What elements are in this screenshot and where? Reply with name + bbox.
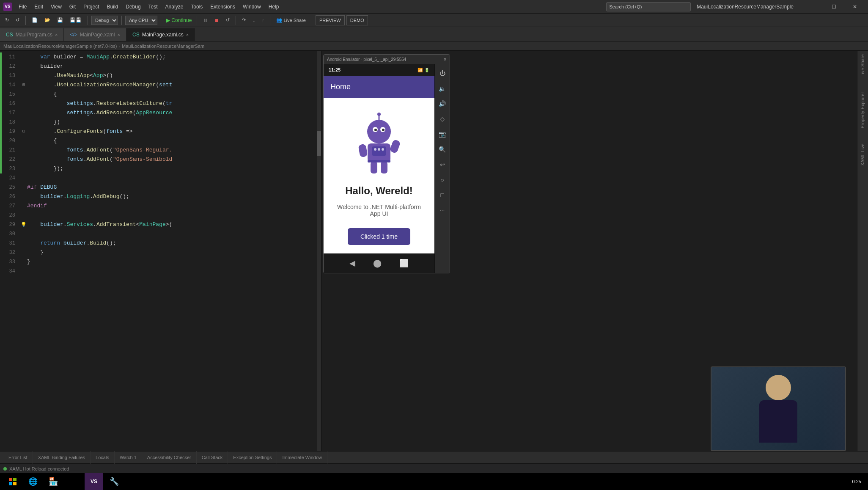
emu-recents-icon[interactable]: □: [437, 189, 448, 201]
step-over-button[interactable]: ↷: [239, 15, 248, 25]
code-line-12[interactable]: 12 builder: [0, 62, 321, 71]
tab-close-maui-program[interactable]: ×: [55, 32, 58, 37]
property-explorer-tab[interactable]: Property Explorer: [860, 88, 866, 132]
code-line-22[interactable]: 22 fonts.AddFont("OpenSans-Semibold: [0, 155, 321, 164]
close-button[interactable]: ✕: [845, 0, 865, 14]
redo-button[interactable]: ↺: [13, 15, 22, 25]
xaml-live-tab[interactable]: XAML Live: [860, 140, 866, 169]
code-line-11[interactable]: 11 var builder = MauiApp.CreateBuilder()…: [0, 52, 321, 62]
menu-git[interactable]: Git: [66, 3, 79, 11]
code-line-23[interactable]: 23 });: [0, 164, 321, 173]
step-into-button[interactable]: ↓: [250, 15, 258, 25]
editor-scrollbar[interactable]: [317, 51, 321, 451]
minimize-button[interactable]: –: [803, 0, 822, 14]
nav-home-icon[interactable]: ⬤: [373, 259, 382, 268]
breadcrumb-separator: ›: [118, 44, 120, 49]
collapse-btn-14[interactable]: ⊟: [20, 80, 27, 90]
emu-more-icon[interactable]: ···: [437, 204, 448, 216]
code-line-13[interactable]: 13 .UseMauiApp<App>(): [0, 71, 321, 80]
nav-recents-icon[interactable]: ⬜: [399, 259, 409, 268]
tab-close-mainpage-xaml[interactable]: ×: [118, 32, 120, 37]
code-line-26[interactable]: 26 builder.Logging.AddDebug();: [0, 192, 321, 201]
emu-rotate-icon[interactable]: ◇: [437, 113, 448, 125]
pause-button[interactable]: ⏸: [201, 15, 210, 25]
undo-button[interactable]: ↻: [3, 15, 11, 25]
start-button[interactable]: [3, 473, 22, 490]
taskbar-mail-icon[interactable]: ✉: [64, 473, 83, 490]
menu-analyze[interactable]: Analyze: [162, 3, 187, 11]
code-line-31[interactable]: 31 return builder.Build();: [0, 239, 321, 248]
tab-call-stack[interactable]: Call Stack: [197, 451, 228, 464]
demo-button[interactable]: DEMO: [346, 15, 368, 25]
menu-test[interactable]: Test: [145, 3, 161, 11]
config-select[interactable]: Debug: [91, 16, 118, 25]
preview-button[interactable]: PREVIEW: [316, 15, 345, 25]
code-line-18[interactable]: 18 }): [0, 118, 321, 127]
menu-window[interactable]: Window: [239, 3, 264, 11]
menu-debug[interactable]: Debug: [122, 3, 144, 11]
code-line-27[interactable]: 27 #endif: [0, 201, 321, 211]
code-line-33[interactable]: 33 }: [0, 257, 321, 267]
menu-file[interactable]: File: [15, 3, 30, 11]
menu-edit[interactable]: Edit: [31, 3, 47, 11]
menu-extensions[interactable]: Extensions: [207, 3, 239, 11]
tab-error-list[interactable]: Error List: [3, 451, 33, 464]
tab-close-mainpage-xaml-cs[interactable]: ×: [186, 32, 189, 37]
collapse-btn-19[interactable]: ⊟: [20, 127, 27, 136]
restart-button[interactable]: ↺: [223, 15, 232, 25]
tab-mainpage-xaml[interactable]: </> MainPage.xaml ×: [64, 28, 126, 41]
live-share-button[interactable]: 👥 Live Share: [274, 15, 308, 25]
code-line-15[interactable]: 15 {: [0, 90, 321, 99]
new-file-button[interactable]: 📄: [29, 15, 40, 25]
taskbar-vs-icon[interactable]: VS: [85, 473, 103, 490]
tab-watch-1[interactable]: Watch 1: [115, 451, 142, 464]
taskbar-extra-icon[interactable]: 🔧: [105, 473, 124, 490]
code-line-14[interactable]: 14 ⊟ .UseLocalizationResourceManager(set…: [0, 80, 321, 90]
emu-vol-up-icon[interactable]: 🔊: [437, 98, 448, 110]
tab-maui-program[interactable]: CS MauiProgram.cs ×: [0, 28, 64, 41]
editor-scrollbar-thumb[interactable]: [317, 131, 321, 156]
live-share-vertical-tab[interactable]: Live Share: [860, 51, 866, 80]
nav-back-icon[interactable]: ◀: [349, 259, 355, 268]
save-all-button[interactable]: 💾💾: [67, 15, 84, 25]
tab-locals[interactable]: Locals: [91, 451, 115, 464]
menu-tools[interactable]: Tools: [187, 3, 206, 11]
platform-select[interactable]: Any CPU: [125, 16, 157, 25]
menu-help[interactable]: Help: [265, 3, 283, 11]
emu-back-icon[interactable]: ↩: [437, 159, 448, 171]
phone-nav-bar: ◀ ⬤ ⬜: [324, 253, 434, 273]
code-line-32[interactable]: 32 }: [0, 248, 321, 257]
stop-button[interactable]: ⏹: [212, 15, 222, 25]
tab-mainpage-xaml-cs[interactable]: CS MainPage.xaml.cs ×: [126, 28, 195, 41]
menu-project[interactable]: Project: [80, 3, 102, 11]
tab-xaml-binding[interactable]: XAML Binding Failures: [33, 451, 91, 464]
open-file-button[interactable]: 📂: [42, 15, 53, 25]
tab-accessibility[interactable]: Accessibility Checker: [142, 451, 197, 464]
taskbar-browser-icon[interactable]: 🌐: [24, 473, 42, 490]
code-line-16[interactable]: 16 settings.RestoreLatestCulture(tr: [0, 99, 321, 108]
emu-power-icon[interactable]: ⏻: [437, 67, 448, 79]
run-button[interactable]: ▶ Continue: [165, 17, 193, 23]
code-line-20[interactable]: 20 {: [0, 136, 321, 146]
maximize-button[interactable]: ☐: [824, 0, 843, 14]
phone-clicked-button[interactable]: Clicked 1 time: [348, 228, 410, 245]
code-line-29[interactable]: 29 💡 builder.Services.AddTransient<MainP…: [0, 220, 321, 229]
code-line-19[interactable]: 19 ⊟ .ConfigureFonts(fonts =>: [0, 127, 321, 136]
emu-vol-down-icon[interactable]: 🔈: [437, 83, 448, 94]
save-button[interactable]: 💾: [55, 15, 66, 25]
code-line-21[interactable]: 21 fonts.AddFont("OpenSans-Regular.: [0, 146, 321, 155]
code-line-17[interactable]: 17 settings.AddResource(AppResource: [0, 108, 321, 118]
step-out-button[interactable]: ↑: [259, 15, 267, 25]
code-line-25[interactable]: 25 #if DEBUG: [0, 183, 321, 192]
emu-screenshot-icon[interactable]: 📷: [437, 128, 448, 140]
taskbar-store-icon[interactable]: 🏪: [44, 473, 63, 490]
emulator-close-btn[interactable]: ×: [444, 57, 446, 62]
lightbulb-icon-29[interactable]: 💡: [20, 220, 27, 229]
menu-build[interactable]: Build: [104, 3, 122, 11]
search-input[interactable]: [606, 2, 691, 11]
emu-zoom-in-icon[interactable]: 🔍: [437, 143, 448, 155]
tab-immediate-window[interactable]: Immediate Window: [277, 451, 327, 464]
emu-home-icon[interactable]: ○: [437, 174, 448, 186]
tab-exception-settings[interactable]: Exception Settings: [228, 451, 277, 464]
menu-view[interactable]: View: [47, 3, 65, 11]
